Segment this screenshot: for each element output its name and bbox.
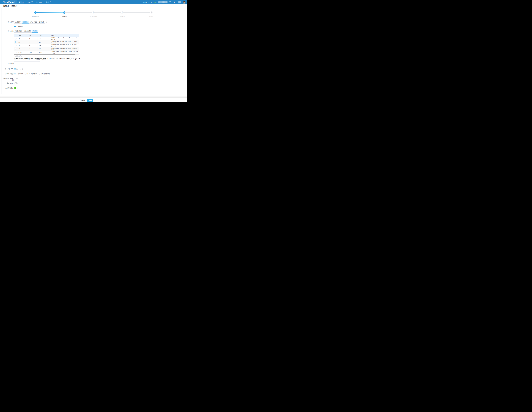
- spec-row-3g[interactable]: 3G 3G 3G 1 KB/record , record count < 50…: [14, 44, 79, 47]
- radio-label: 不开启校验: [16, 73, 23, 75]
- step-1-circle: ✓: [34, 11, 37, 14]
- col-header-desc: 描述: [50, 34, 79, 37]
- ddl-radio-no[interactable]: [19, 68, 21, 70]
- prev-step-button[interactable]: 上一步: [80, 99, 85, 102]
- step-5-circle: 5: [150, 11, 152, 14]
- required-asterisk: *: [7, 21, 8, 23]
- col-header-incr: 增量: [27, 34, 38, 37]
- cell-full: 1G: [19, 38, 20, 39]
- ddl-option-no[interactable]: 否: [19, 68, 23, 70]
- spec-radio-1g[interactable]: [15, 38, 17, 39]
- activation-status: 已激活: [153, 1, 157, 3]
- spec-row-1g[interactable]: 1G 1G 1G 1 KB/record , record count < 20…: [14, 37, 79, 40]
- task-desc-row: 任务描述: [1, 61, 40, 67]
- nav-item-datasource-management[interactable]: 数据源管理: [34, 0, 44, 4]
- spec-radio-2g[interactable]: [15, 41, 17, 43]
- table-horizontal-scrollbar[interactable]: [14, 54, 79, 55]
- language-label: 中文: [172, 1, 175, 3]
- scrollbar-thumb[interactable]: [14, 54, 75, 55]
- next-step-button[interactable]: 下一步: [87, 99, 93, 102]
- step-number: 3: [93, 12, 94, 13]
- ddl-option-yes[interactable]: 是: [14, 68, 18, 70]
- step-number: 2: [64, 12, 65, 13]
- required-asterisk: *: [7, 30, 8, 32]
- task-type-full-migration[interactable]: 全量迁移: [14, 21, 22, 24]
- nav-item-sync-tasks[interactable]: 同步任务: [17, 0, 26, 4]
- ddl-row: 是否同步 DDL 是 否: [1, 68, 25, 70]
- cell-desc: 1 KB/record , record count < 500 m, incr…: [51, 44, 76, 47]
- clear-target-label: 全量前清空目标数据: [1, 77, 14, 81]
- radio-label: 否: [22, 68, 23, 70]
- task-spec-row: *任务规格 增量增强型 全量增强型 平衡型: [1, 30, 38, 33]
- avatar-face: [183, 1, 185, 3]
- ddl-radio-yes[interactable]: [14, 68, 16, 70]
- verify-radio-once[interactable]: [25, 73, 27, 75]
- breadcrumb: 同步任务 / 创建任务: [0, 4, 187, 8]
- help-icon[interactable]: ?: [169, 1, 171, 3]
- full-init-label[interactable]: 全量初始化: [17, 26, 23, 28]
- cell-full: 3G: [19, 45, 20, 46]
- nav-item-label: 数据源管理: [36, 1, 43, 3]
- spec-incremental-enhanced[interactable]: 增量增强型: [14, 30, 23, 33]
- cell-desc: 1 KB/record , record count < 10 m, incre…: [51, 51, 78, 54]
- col-header-check: 校验: [38, 34, 50, 37]
- cloudcanal-logo[interactable]: CloudCanal: [0, 1, 17, 3]
- verify-option-periodic[interactable]: 开启周期性校验: [39, 73, 50, 75]
- spec-balanced[interactable]: 平衡型: [32, 30, 38, 33]
- spec-row-2g-selected[interactable]: 2G 2G 2G 1 KB/record , record count < 20…: [14, 40, 79, 44]
- full-init-checkbox[interactable]: ✓: [14, 26, 16, 27]
- rebuild-table-label: 重建目标表: [1, 82, 14, 84]
- task-type-label: *任务类型: [1, 21, 14, 24]
- spec-radio-05g[interactable]: [15, 52, 17, 53]
- step-connector-done: [37, 12, 63, 13]
- wizard-footer: 上一步 下一步: [0, 97, 187, 102]
- verify-radio-none[interactable]: [14, 73, 16, 75]
- spec-table: 全量 增量 校验 描述 1G 1G 1G 1 KB/record , recor…: [14, 34, 79, 54]
- memory-summary: 全量内存：2G，增量内存：2G，校验内存2G，描述：1 KB/record , …: [14, 58, 80, 60]
- breadcrumb-sync-tasks[interactable]: 同步任务: [3, 5, 9, 7]
- auto-start-label: 自动启动任务: [1, 87, 14, 89]
- auto-start-toggle[interactable]: [14, 87, 18, 89]
- wizard-stepper: ✓ 2 3 4 5 源&目标设置 功能配置 表&action过滤 数据处理 创建…: [1, 8, 186, 19]
- step-connector: [95, 12, 121, 13]
- clear-target-row: 全量前清空目标数据: [1, 77, 18, 81]
- nav-item-system-settings[interactable]: 系统设置: [44, 0, 53, 4]
- clear-target-toggle[interactable]: [14, 77, 18, 79]
- verify-radio-periodic[interactable]: [39, 73, 40, 75]
- verify-option-none[interactable]: 不开启校验: [14, 73, 23, 75]
- verify-option-once[interactable]: 开启一次性校验: [25, 73, 37, 75]
- radio-label: 是: [16, 68, 18, 70]
- spec-row-4g[interactable]: 4G 4G 4G 1 KB/record , record count < 2 …: [14, 47, 79, 51]
- cell-check: 2G: [39, 41, 41, 43]
- task-spec-segmented-control: 增量增强型 全量增强型 平衡型: [14, 30, 38, 33]
- cell-check: 0.5G: [39, 51, 42, 53]
- task-type-segmented-control: 全量迁移 增量同步 校验与订正 结构迁移: [14, 21, 45, 24]
- task-type-verify-correct[interactable]: 校验与订正: [29, 21, 38, 24]
- language-selector[interactable]: 中文: [172, 1, 177, 3]
- rebuild-table-toggle[interactable]: [14, 82, 18, 84]
- spec-radio-4g[interactable]: [15, 48, 17, 50]
- breadcrumb-separator: /: [10, 5, 10, 7]
- question-icon[interactable]: ?: [46, 21, 48, 23]
- spec-full-enhanced[interactable]: 全量增强型: [23, 30, 32, 33]
- memory-note: *任务运行内存: [14, 55, 22, 57]
- avatar[interactable]: [183, 1, 186, 4]
- step-2-label: 功能配置: [57, 16, 72, 18]
- cell-check: 1G: [39, 38, 41, 39]
- task-spec-label: *任务规格: [1, 30, 14, 33]
- nav-item-sync-settings[interactable]: 同步设置: [26, 0, 34, 4]
- spec-radio-3g[interactable]: [15, 45, 17, 46]
- activation-suffix: ,: [157, 1, 157, 3]
- radio-label: 开启一次性校验: [27, 73, 37, 75]
- cell-incr: 4G: [28, 48, 30, 50]
- spec-row-05g[interactable]: 0.5G 0.5G 0.5G 1 KB/record , record coun…: [14, 51, 79, 54]
- verify-label: 是否开启校验: [1, 73, 14, 75]
- task-desc-textarea[interactable]: [14, 61, 40, 66]
- top-navbar: CloudCanal 同步任务 同步设置 数据源管理 系统设置 v4.4.1.0…: [0, 0, 187, 4]
- step-number: 4: [122, 12, 123, 13]
- task-type-incremental-sync[interactable]: 增量同步: [22, 21, 29, 24]
- rebuild-table-row: 重建目标表: [1, 82, 18, 84]
- task-desc-label: 任务描述: [1, 61, 14, 64]
- cell-full: 2G: [19, 41, 20, 43]
- task-type-structure-migration[interactable]: 结构迁移: [38, 21, 45, 24]
